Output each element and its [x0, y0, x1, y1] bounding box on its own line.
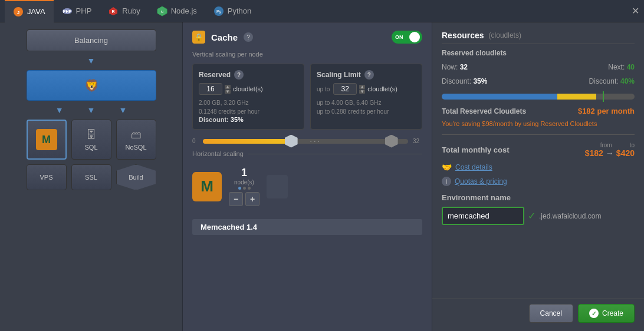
node-dots	[238, 187, 251, 190]
node-dot-2	[243, 187, 246, 190]
svg-text:PHP: PHP	[63, 9, 71, 14]
resources-header: Resources (cloudlets)	[442, 31, 635, 44]
scaling-detail-1: up to 4.00 GB, 6.40 GHz	[317, 98, 416, 107]
discount-now-value: 35%	[473, 77, 487, 85]
cost-values: $182 → $420	[585, 148, 635, 158]
quotas-help-icon[interactable]: i	[442, 177, 451, 186]
total-cost-label: Total monthly cost	[442, 145, 580, 154]
env-name-section: Environment name ✓ .jed.wafaicloud.com	[442, 193, 635, 225]
tab-java[interactable]: J JAVA	[5, 0, 54, 22]
php-icon: PHP	[62, 6, 73, 16]
scaling-cards: Reserved ? ▲ ▼ cloudlet(s) 2.00 GB, 3.20…	[192, 64, 422, 130]
reserved-detail-2: 0.1248 credits per hour	[199, 107, 298, 116]
memcached-node-icon: M	[192, 172, 222, 201]
cost-details-link[interactable]: Cost details	[455, 163, 492, 171]
tab-python-label: Python	[228, 6, 251, 15]
cost-right: from to $182 → $420	[585, 142, 635, 158]
scaling-help-icon[interactable]: ?	[364, 70, 374, 80]
main-layout: Balancing ▼ 🦁 ▼ ▼ ▼ M 🗄 SQL 🗃 NoSQL	[0, 22, 644, 331]
toggle-knob	[409, 32, 420, 42]
nosql-icon: 🗃	[131, 129, 142, 141]
total-cost-row: Total monthly cost from to $182 → $420	[442, 142, 635, 158]
node-dot-1	[238, 187, 241, 190]
scaling-spin-down[interactable]: ▼	[359, 90, 365, 94]
slider-max-label: 32	[413, 138, 422, 144]
arrow-down-1: ▼	[87, 56, 96, 65]
cancel-button[interactable]: Cancel	[529, 304, 573, 323]
env-domain: .jed.wafaicloud.com	[539, 212, 601, 220]
bottom-bar: Cancel ✓ Create	[432, 299, 644, 323]
arrow-center: ▼	[87, 105, 96, 115]
discount-next-label: Discount:	[589, 77, 619, 85]
scaling-spin-up[interactable]: ▲	[359, 85, 365, 89]
decrease-node-button[interactable]: −	[229, 192, 243, 206]
java-node-button[interactable]: 🦁	[27, 70, 156, 101]
tab-java-label: JAVA	[27, 7, 45, 16]
tab-php-label: PHP	[76, 6, 92, 15]
scaling-cloudlet-input[interactable]	[333, 83, 357, 95]
arrow-left: ▼	[55, 105, 64, 115]
reserved-help-icon[interactable]: ?	[234, 70, 244, 80]
vps-button[interactable]: VPS	[27, 164, 67, 190]
sql-button[interactable]: 🗄 SQL	[71, 120, 111, 160]
vps-label: VPS	[40, 174, 52, 181]
tab-python[interactable]: Py Python	[205, 0, 259, 22]
resources-title: Resources	[442, 31, 484, 40]
env-name-row: ✓ .jed.wafaicloud.com	[442, 207, 635, 225]
cache-icon: 🔒	[192, 31, 205, 44]
cost-from: $182	[585, 148, 603, 158]
discount-now: Discount: 35%	[442, 77, 487, 85]
reserved-spin-down[interactable]: ▼	[225, 90, 231, 94]
node-count: 1 node(s) − +	[229, 167, 259, 206]
slider-track[interactable]: ···	[203, 139, 408, 144]
cache-help-icon[interactable]: ?	[244, 32, 253, 42]
close-button[interactable]: ✕	[632, 6, 639, 16]
cost-arrow: →	[606, 148, 614, 158]
discount-next: Discount: 40%	[589, 77, 635, 85]
slider-area: 0 ··· 32	[192, 138, 422, 144]
build-label: Build	[129, 174, 143, 181]
increase-node-button[interactable]: +	[245, 192, 259, 206]
scaling-limit-card: Scaling Limit ? up to ▲ ▼ cloudlet(s) up…	[310, 64, 422, 130]
cost-icon: 🤝	[442, 163, 452, 172]
slider-handle-2[interactable]	[385, 135, 398, 148]
tab-nodejs[interactable]: N Node.js	[149, 0, 205, 22]
middle-panel: 🔒 Cache ? ON Vertical scaling per node R…	[183, 22, 432, 331]
node-dot-3	[248, 187, 251, 190]
arrow-right: ▼	[119, 105, 127, 115]
python-icon: Py	[213, 6, 224, 16]
scaling-spinner[interactable]: ▲ ▼	[359, 85, 365, 94]
slider-handle-1[interactable]	[285, 135, 298, 148]
env-name-input[interactable]	[442, 207, 524, 225]
ssl-button[interactable]: SSL	[71, 164, 111, 190]
ruby-icon: R	[108, 6, 119, 16]
balancing-button[interactable]: Balancing	[27, 29, 156, 51]
resources-subtitle: (cloudlets)	[489, 31, 521, 39]
nosql-button[interactable]: 🗃 NoSQL	[116, 120, 156, 160]
horizontal-scaling-content: M 1 node(s) − +	[192, 163, 422, 210]
svg-text:J: J	[17, 10, 19, 15]
java-node-icon: 🦁	[80, 77, 103, 94]
quotas-link[interactable]: Quotas & pricing	[455, 177, 507, 186]
reserved-discount: Discount: 35%	[199, 116, 298, 123]
toggle-label: ON	[395, 34, 403, 40]
memcached-node-button[interactable]: M	[27, 120, 67, 160]
horizontal-scaling-header: Horizontal scaling	[192, 150, 422, 157]
tab-php[interactable]: PHP PHP	[54, 0, 100, 22]
node-controls: − +	[229, 192, 259, 206]
svg-text:N: N	[161, 10, 163, 14]
reserved-detail: 2.00 GB, 3.20 GHz 0.1248 credits per hou…	[199, 98, 298, 116]
create-button[interactable]: ✓ Create	[578, 304, 635, 323]
stat-now: Now: 32	[442, 63, 468, 71]
vertical-scaling-label: Vertical scaling per node	[192, 51, 422, 58]
reserved-cloudlet-input[interactable]	[199, 83, 222, 95]
build-button[interactable]: Build	[116, 164, 156, 190]
node-count-number: 1	[241, 167, 247, 179]
cache-header: 🔒 Cache ? ON	[192, 31, 422, 44]
total-reserved-label: Total Reserved Cloudlets	[442, 107, 526, 115]
cost-labels-row: from to	[585, 142, 635, 148]
reserved-spinner[interactable]: ▲ ▼	[225, 85, 231, 94]
reserved-spin-up[interactable]: ▲	[225, 85, 231, 89]
tab-ruby[interactable]: R Ruby	[100, 0, 148, 22]
cache-toggle[interactable]: ON	[392, 31, 422, 44]
